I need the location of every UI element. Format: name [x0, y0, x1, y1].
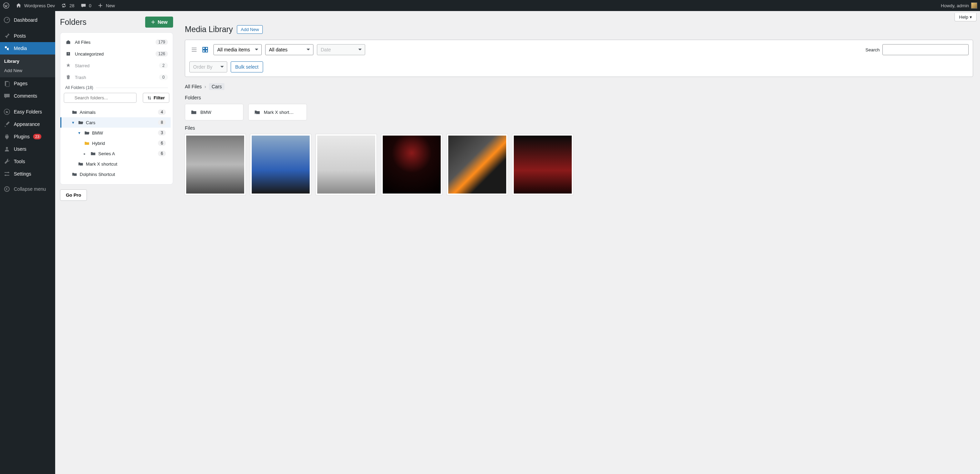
- star-icon: [65, 62, 72, 69]
- image-placeholder: [383, 136, 441, 193]
- plus-icon: [151, 20, 156, 24]
- file-thumb[interactable]: [512, 134, 573, 195]
- folder-icon: [191, 109, 197, 115]
- go-pro-button[interactable]: Go Pro: [60, 189, 87, 201]
- filter-button[interactable]: Filter: [143, 93, 169, 103]
- file-thumb[interactable]: [185, 134, 245, 195]
- file-thumb[interactable]: [250, 134, 311, 195]
- folders-panel: Folders New All Files 179 Uncategorized …: [55, 11, 178, 474]
- menu-dashboard[interactable]: Dashboard: [0, 14, 55, 26]
- submenu-library[interactable]: Library: [0, 57, 55, 66]
- folder-open-icon: [84, 130, 90, 136]
- menu-settings[interactable]: Settings: [0, 168, 55, 180]
- submenu-addnew[interactable]: Add New: [0, 66, 55, 75]
- image-placeholder: [186, 136, 244, 193]
- menu-label: Media: [14, 46, 27, 51]
- tree-bmw[interactable]: ▼ BMW 3: [60, 128, 171, 138]
- search-input[interactable]: [882, 44, 969, 55]
- updates-count: 28: [69, 3, 74, 8]
- folder-all-files[interactable]: All Files 179: [60, 36, 173, 48]
- trash-icon: [65, 74, 72, 80]
- crumb-current: Cars: [209, 83, 225, 90]
- menu-comments[interactable]: Comments: [0, 90, 55, 102]
- date-select[interactable]: Date: [317, 44, 365, 55]
- crumb-root[interactable]: All Files: [185, 84, 202, 89]
- site-link[interactable]: Wordpress Dev: [15, 2, 55, 9]
- updates-link[interactable]: 28: [60, 2, 74, 9]
- folders-section-label: Folders: [185, 95, 973, 101]
- new-folder-button[interactable]: New: [145, 16, 173, 27]
- folder-trash[interactable]: Trash 0: [60, 72, 173, 83]
- wp-logo[interactable]: [3, 2, 10, 9]
- file-thumb[interactable]: [381, 134, 442, 195]
- folder-label: Trash: [75, 75, 86, 80]
- tree-cars[interactable]: ▼ Cars 8: [60, 117, 171, 128]
- media-type-select[interactable]: All media items: [213, 44, 262, 55]
- folder-starred[interactable]: Starred 2: [60, 60, 173, 72]
- menu-posts[interactable]: Posts: [0, 30, 55, 42]
- menu-users[interactable]: Users: [0, 143, 55, 155]
- menu-easyfolders[interactable]: Easy Folders: [0, 105, 55, 118]
- tree-seriesa[interactable]: ▸ Series A 6: [60, 148, 171, 159]
- svg-rect-12: [203, 47, 205, 49]
- dashboard-icon: [3, 16, 10, 24]
- menu-label: Tools: [14, 159, 25, 164]
- menu-collapse[interactable]: Collapse menu: [0, 183, 55, 195]
- svg-point-2: [5, 46, 7, 48]
- tree-label: Dolphins Shortcut: [80, 172, 115, 177]
- folder-card-markx[interactable]: Mark X short…: [248, 104, 307, 120]
- comments-link[interactable]: 0: [80, 2, 91, 9]
- folder-count: 126: [156, 51, 168, 57]
- folder-label: Starred: [75, 63, 90, 68]
- pages-icon: [3, 80, 10, 87]
- tree-hybrid[interactable]: Hybrid 6: [60, 138, 171, 148]
- tree-count: 6: [158, 151, 166, 156]
- folder-count: 0: [159, 75, 168, 80]
- dates-select[interactable]: All dates: [265, 44, 313, 55]
- search-folders-input[interactable]: [64, 93, 137, 103]
- caret-down-icon[interactable]: ▼: [72, 121, 76, 124]
- shortcut-icon: [254, 109, 260, 115]
- folder-label: Uncategorized: [75, 51, 104, 57]
- image-placeholder: [317, 136, 375, 193]
- grid-view-button[interactable]: [200, 45, 210, 54]
- menu-tools[interactable]: Tools: [0, 155, 55, 168]
- svg-rect-4: [6, 82, 9, 86]
- collapse-icon: [3, 185, 10, 193]
- file-thumb[interactable]: [447, 134, 508, 195]
- search-folders-wrap: [64, 93, 141, 103]
- folder-count: 2: [159, 63, 168, 68]
- folder-cards: BMW Mark X short…: [185, 104, 973, 120]
- menu-label: Pages: [14, 81, 28, 86]
- comment-icon: [3, 93, 10, 99]
- svg-point-10: [5, 187, 9, 192]
- search-block: Search: [865, 44, 969, 55]
- dates-select-wrap: All dates: [265, 44, 313, 55]
- new-content-link[interactable]: New: [97, 2, 115, 9]
- tree-dolphins[interactable]: Dolphins Shortcut: [60, 169, 171, 179]
- orderby-select[interactable]: Order By: [189, 61, 227, 72]
- tree-animals[interactable]: Animals 4: [60, 107, 171, 117]
- list-view-button[interactable]: [189, 45, 199, 54]
- svg-point-0: [3, 3, 9, 8]
- bulk-select-button[interactable]: Bulk select: [231, 61, 263, 72]
- plug-icon: [3, 133, 10, 140]
- menu-pages[interactable]: Pages: [0, 77, 55, 90]
- file-thumb[interactable]: [316, 134, 377, 195]
- caret-right-icon[interactable]: ▸: [84, 152, 88, 156]
- menu-label: Easy Folders: [14, 109, 42, 115]
- menu-appearance[interactable]: Appearance: [0, 118, 55, 131]
- help-tab[interactable]: Help ▾: [955, 13, 977, 21]
- folder-card-bmw[interactable]: BMW: [185, 104, 243, 120]
- add-new-button[interactable]: Add New: [237, 25, 263, 34]
- menu-media[interactable]: Media: [0, 42, 55, 54]
- folder-uncategorized[interactable]: Uncategorized 126: [60, 48, 173, 60]
- menu-label: Posts: [14, 33, 26, 38]
- svg-rect-15: [205, 50, 208, 52]
- caret-down-icon[interactable]: ▼: [78, 131, 82, 135]
- greeting-text: Howdy, admin: [941, 3, 969, 8]
- sort-icon: [147, 96, 151, 100]
- account-link[interactable]: Howdy, admin: [941, 2, 977, 9]
- menu-plugins[interactable]: Plugins 23: [0, 131, 55, 143]
- tree-markx[interactable]: Mark X shortcut: [60, 159, 171, 169]
